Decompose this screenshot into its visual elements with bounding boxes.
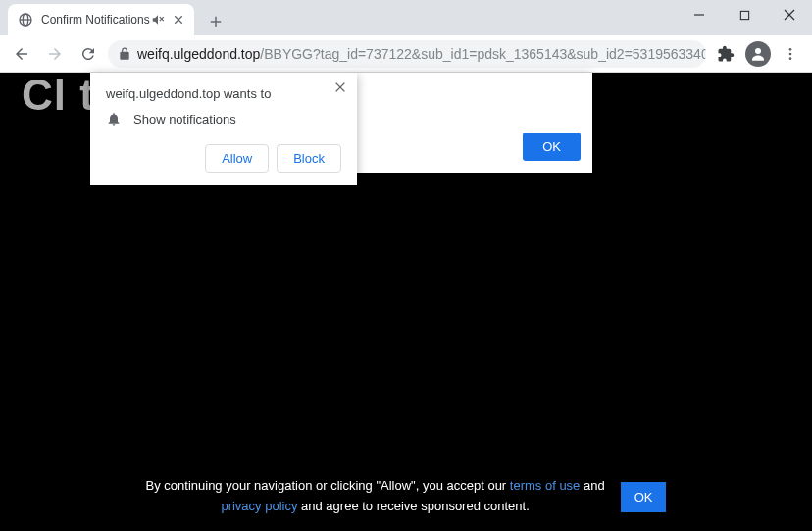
reload-button[interactable] (75, 40, 102, 68)
permission-close-button[interactable] (333, 80, 347, 94)
consent-text: By continuing your navigation or clickin… (146, 476, 605, 517)
arrow-left-icon (13, 45, 30, 63)
dots-vertical-icon (783, 46, 798, 62)
profile-avatar[interactable] (745, 41, 771, 67)
reload-icon (79, 45, 97, 63)
allow-button[interactable]: Allow (205, 144, 269, 173)
extensions-button[interactable] (712, 40, 739, 68)
url-host: weifq.ulgeddond.top (137, 46, 260, 62)
consent-bar: By continuing your navigation or clickin… (0, 476, 812, 517)
lock-icon (118, 47, 131, 61)
speaker-muted-icon[interactable] (151, 13, 165, 27)
consent-part1: By continuing your navigation or clickin… (146, 478, 510, 493)
new-tab-button[interactable] (202, 8, 229, 35)
browser-menu-button[interactable] (777, 40, 804, 68)
svg-point-16 (789, 57, 792, 60)
consent-part2: and agree to receive sponsored content. (297, 499, 529, 513)
site-dialog-ok-button[interactable]: OK (523, 133, 581, 161)
forward-button[interactable] (41, 40, 69, 68)
tab-strip: Confirm Notifications (0, 0, 229, 35)
address-bar[interactable]: weifq.ulgeddond.top/BBYGG?tag_id=737122&… (108, 40, 706, 68)
globe-icon (18, 12, 33, 27)
puzzle-icon (717, 45, 735, 63)
block-button[interactable]: Block (277, 144, 341, 173)
maximize-button[interactable] (722, 0, 767, 29)
window-titlebar: Confirm Notifications (0, 0, 812, 35)
consent-and: and (580, 478, 604, 493)
arrow-right-icon (46, 45, 64, 63)
notification-permission-popup: weifq.ulgeddond.top wants to Show notifi… (90, 73, 357, 185)
svg-point-14 (789, 48, 792, 51)
svg-rect-10 (740, 11, 748, 19)
browser-tab[interactable]: Confirm Notifications (8, 4, 194, 35)
close-window-button[interactable] (767, 0, 812, 29)
permission-item: Show notifications (106, 111, 341, 127)
window-controls (677, 0, 812, 29)
close-tab-icon[interactable] (173, 14, 184, 26)
terms-link[interactable]: terms of use (510, 478, 581, 493)
close-icon (784, 9, 795, 21)
close-icon (333, 80, 347, 94)
back-button[interactable] (8, 40, 35, 68)
maximize-icon (739, 10, 750, 21)
privacy-link[interactable]: privacy policy (221, 499, 297, 513)
site-dialog: OK (357, 73, 592, 173)
minimize-icon (693, 9, 705, 21)
person-icon (749, 45, 767, 63)
tab-title: Confirm Notifications (41, 13, 151, 27)
browser-toolbar: weifq.ulgeddond.top/BBYGG?tag_id=737122&… (0, 35, 812, 73)
consent-ok-button[interactable]: OK (621, 482, 667, 512)
svg-point-13 (755, 48, 761, 54)
minimize-button[interactable] (677, 0, 722, 29)
plus-icon (209, 15, 223, 28)
permission-buttons: Allow Block (106, 144, 341, 173)
url-path: /BBYGG?tag_id=737122&sub_id1=pdsk_136514… (260, 46, 706, 62)
svg-point-15 (789, 52, 792, 55)
permission-item-label: Show notifications (133, 112, 236, 127)
bell-icon (106, 111, 122, 127)
permission-title: weifq.ulgeddond.top wants to (106, 86, 341, 101)
